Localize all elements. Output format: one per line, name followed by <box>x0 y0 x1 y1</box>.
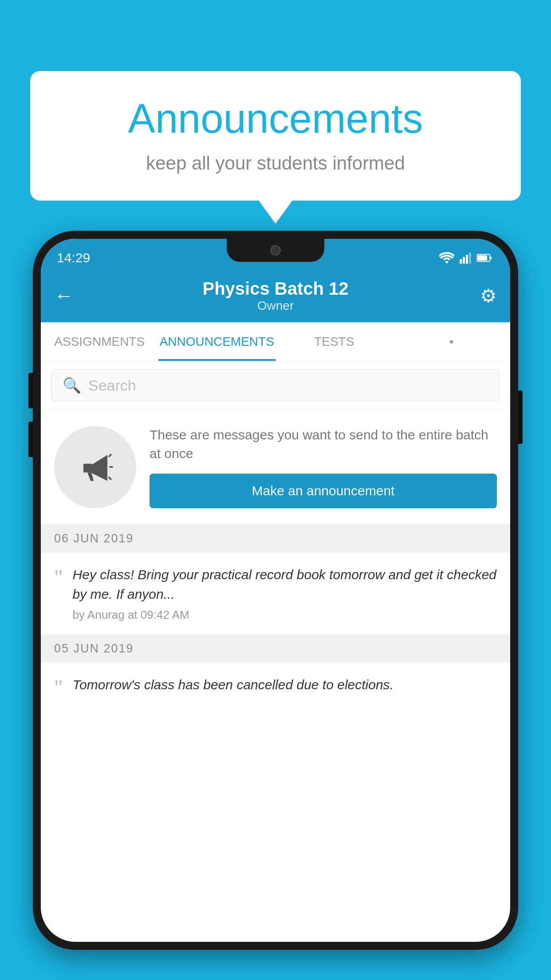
phone-screen: 14:29 <box>41 239 510 942</box>
svg-rect-6 <box>477 255 487 261</box>
quote-icon-2: " <box>54 677 63 698</box>
svg-line-8 <box>108 454 111 457</box>
date-divider-2: 05 JUN 2019 <box>41 635 510 663</box>
svg-line-10 <box>108 477 111 480</box>
back-button[interactable]: ← <box>54 285 81 307</box>
svg-rect-7 <box>83 464 92 473</box>
megaphone-icon <box>75 447 115 487</box>
svg-rect-3 <box>469 253 471 264</box>
promo-description: These are messages you want to send to t… <box>150 426 497 463</box>
svg-rect-5 <box>490 257 492 259</box>
bubble-title: Announcements <box>57 95 494 142</box>
announcement-text-1: Hey class! Bring your practical record b… <box>73 565 497 604</box>
search-container: 🔍 Search <box>41 361 510 410</box>
volume-down-button <box>28 422 33 457</box>
wifi-icon <box>439 252 454 264</box>
search-icon: 🔍 <box>63 376 81 394</box>
announcement-text-2: Tomorrow's class has been cancelled due … <box>73 675 497 695</box>
promo-icon-circle <box>54 426 136 508</box>
quote-icon-1: " <box>54 567 63 588</box>
announcement-item-2[interactable]: " Tomorrow's class has been cancelled du… <box>41 663 510 711</box>
make-announcement-button[interactable]: Make an announcement <box>150 474 497 508</box>
date-label-1: 06 JUN 2019 <box>54 532 134 545</box>
promo-content: These are messages you want to send to t… <box>150 426 497 508</box>
tab-more[interactable]: • <box>393 322 511 361</box>
app-bar: ← Physics Batch 12 Owner ⚙ <box>41 269 510 322</box>
search-placeholder: Search <box>88 377 136 394</box>
date-divider-1: 06 JUN 2019 <box>41 525 510 553</box>
speech-bubble: Announcements keep all your students inf… <box>30 71 521 201</box>
bubble-subtitle: keep all your students informed <box>57 153 494 174</box>
announcement-meta-1: by Anurag at 09:42 AM <box>73 608 497 622</box>
announcement-content-1: Hey class! Bring your practical record b… <box>73 565 497 622</box>
battery-icon <box>476 253 492 262</box>
status-time: 14:29 <box>57 250 90 265</box>
settings-icon[interactable]: ⚙ <box>470 285 497 307</box>
promo-section: These are messages you want to send to t… <box>41 410 510 525</box>
app-bar-subtitle: Owner <box>81 299 470 313</box>
svg-rect-1 <box>463 257 465 264</box>
phone-mockup: 14:29 <box>33 231 518 950</box>
phone-notch <box>227 239 324 262</box>
status-icons <box>439 252 492 264</box>
svg-rect-2 <box>466 255 468 264</box>
app-bar-title-area: Physics Batch 12 Owner <box>81 279 470 313</box>
signal-icon <box>460 252 471 264</box>
tab-assignments[interactable]: ASSIGNMENTS <box>41 322 158 361</box>
tab-tests[interactable]: TESTS <box>276 322 393 361</box>
announcement-item-1[interactable]: " Hey class! Bring your practical record… <box>41 553 510 635</box>
svg-rect-0 <box>460 259 462 264</box>
volume-up-button <box>28 373 33 408</box>
speech-bubble-section: Announcements keep all your students inf… <box>30 71 521 201</box>
date-label-2: 05 JUN 2019 <box>54 642 134 655</box>
app-bar-title: Physics Batch 12 <box>81 279 470 299</box>
power-button <box>518 391 523 444</box>
phone-outer: 14:29 <box>33 231 518 950</box>
tab-announcements[interactable]: ANNOUNCEMENTS <box>158 322 276 361</box>
tabs-container: ASSIGNMENTS ANNOUNCEMENTS TESTS • <box>41 322 510 361</box>
search-input[interactable]: 🔍 Search <box>51 369 500 401</box>
announcement-content-2: Tomorrow's class has been cancelled due … <box>73 675 497 699</box>
camera-dot <box>270 245 281 256</box>
